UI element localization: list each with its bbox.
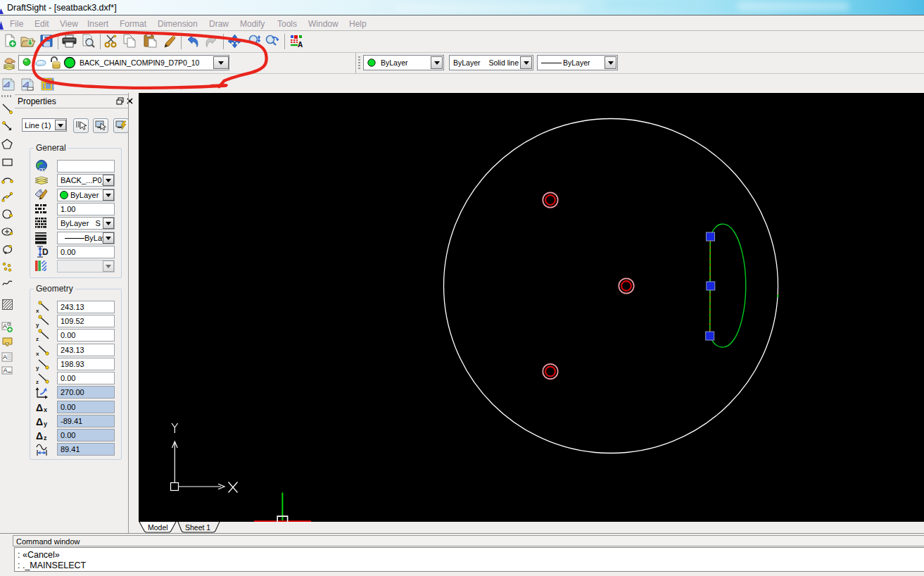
svg-text:A: A <box>3 353 7 361</box>
svg-text:x: x <box>44 406 47 413</box>
svg-text:D: D <box>42 247 49 257</box>
svg-text:Δ: Δ <box>36 402 43 413</box>
svg-text:Δ: Δ <box>36 430 43 442</box>
svg-text:A: A <box>4 367 8 374</box>
svg-text:y: y <box>36 322 39 328</box>
svg-text:Δ: Δ <box>36 416 43 427</box>
svg-text:z: z <box>44 434 47 442</box>
svg-text:A: A <box>298 41 303 49</box>
svg-text:z: z <box>36 379 39 385</box>
svg-text:A: A <box>3 323 7 330</box>
svg-text:x: x <box>36 308 39 314</box>
svg-text:y: y <box>44 420 47 427</box>
svg-text:x: x <box>36 351 39 357</box>
svg-text:z: z <box>36 336 39 342</box>
svg-text:y: y <box>36 365 39 371</box>
